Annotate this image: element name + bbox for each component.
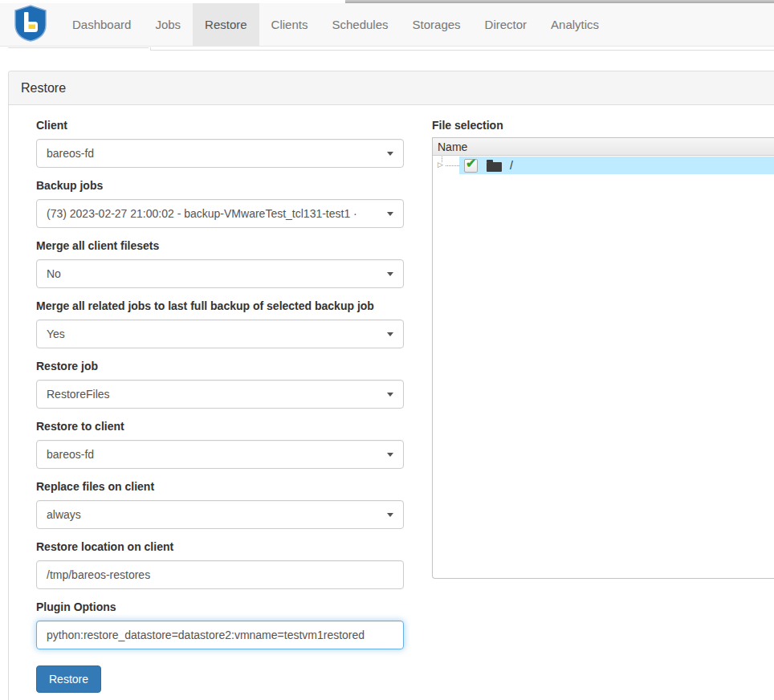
merge-filesets-label: Merge all client filesets [36,239,404,252]
brand-link[interactable] [11,3,50,46]
restore-to-client-label: Restore to client [36,420,404,433]
form-group-backup-jobs: Backup jobs (73) 2023-02-27 21:00:02 - b… [36,179,404,228]
file-selection-tree: Name ▷ ✔ / [432,137,774,579]
plugin-options-input-value: python:restore_datastore=datastore2:vmna… [47,629,379,641]
nav-item-jobs[interactable]: Jobs [143,3,193,46]
caret-down-icon [387,453,393,457]
check-icon: ✔ [466,157,476,170]
restore-to-client-select-value: bareos-fd [47,448,108,461]
restore-job-select-value: RestoreFiles [47,388,124,401]
nav-items: Dashboard Jobs Restore Clients Schedules… [60,3,611,46]
nav-item-clients[interactable]: Clients [259,3,320,46]
plugin-options-input[interactable]: python:restore_datastore=datastore2:vmna… [36,621,404,649]
restore-job-label: Restore job [36,360,404,372]
nav-item-storages[interactable]: Storages [401,3,473,46]
tab-divider-left [8,47,149,48]
client-select-value: bareos-fd [47,147,108,160]
main-navbar: Dashboard Jobs Restore Clients Schedules… [0,3,774,47]
tree-column-header-label: Name [438,140,467,153]
caret-down-icon [387,212,393,216]
merge-related-jobs-label: Merge all related jobs to last full back… [36,299,404,312]
form-group-merge-related-jobs: Merge all related jobs to last full back… [36,299,404,348]
restore-panel: Restore Client bareos-fd Backup jobs (73… [8,71,774,700]
plugin-options-label: Plugin Options [36,600,404,613]
nav-item-director[interactable]: Director [473,3,540,46]
backup-jobs-select[interactable]: (73) 2023-02-27 21:00:02 - backup-VMware… [36,199,404,228]
merge-filesets-select[interactable]: No [36,259,404,288]
tree-column-header-name: Name [433,138,774,156]
file-selection-title: File selection [432,119,774,132]
form-group-plugin-options: Plugin Options python:restore_datastore=… [36,600,404,649]
tree-row-gutter: ▷ [433,157,459,174]
panel-title: Restore [21,81,66,96]
folder-icon [487,162,502,172]
restore-location-input[interactable]: /tmp/bareos-restores [36,560,404,589]
panel-heading: Restore [9,71,774,105]
merge-related-jobs-select-value: Yes [47,328,79,340]
client-select[interactable]: bareos-fd [36,139,404,168]
restore-form: Client bareos-fd Backup jobs (73) 2023-0… [36,119,404,693]
panel-body: Client bareos-fd Backup jobs (73) 2023-0… [9,105,774,693]
tree-node-label: / [510,159,513,172]
replace-files-label: Replace files on client [36,480,404,493]
tree-row: ▷ ✔ / [433,157,774,174]
caret-down-icon [387,393,393,397]
tab-divider-right [150,50,774,51]
restore-location-input-value: /tmp/bareos-restores [47,568,165,581]
form-group-replace-files: Replace files on client always [36,480,404,529]
backup-jobs-label: Backup jobs [36,179,404,192]
tree-node-root[interactable]: ✔ / [459,157,774,174]
form-group-client: Client bareos-fd [36,119,404,168]
nav-item-dashboard[interactable]: Dashboard [60,3,143,46]
form-group-restore-job: Restore job RestoreFiles [36,360,404,409]
nav-item-analytics[interactable]: Analytics [539,3,611,46]
replace-files-select-value: always [47,508,96,521]
restore-location-label: Restore location on client [36,540,404,553]
form-group-restore-to-client: Restore to client bareos-fd [36,420,404,469]
caret-down-icon [387,152,393,156]
file-selection-section: File selection Name ▷ ✔ [432,119,774,693]
bareos-webui-page: Dashboard Jobs Restore Clients Schedules… [0,0,774,700]
restore-job-select[interactable]: RestoreFiles [36,380,404,409]
merge-filesets-select-value: No [47,267,75,280]
caret-down-icon [387,272,393,276]
form-group-merge-filesets: Merge all client filesets No [36,239,404,288]
restore-button[interactable]: Restore [36,665,101,693]
nav-item-restore[interactable]: Restore [193,3,259,46]
form-group-restore-location: Restore location on client /tmp/bareos-r… [36,540,404,589]
merge-related-jobs-select[interactable]: Yes [36,319,404,348]
backup-jobs-select-value: (73) 2023-02-27 21:00:02 - backup-VMware… [47,207,372,220]
replace-files-select[interactable]: always [36,500,404,529]
caret-down-icon [387,513,393,517]
nav-item-schedules[interactable]: Schedules [320,3,400,46]
caret-down-icon [387,332,393,336]
bareos-logo-icon [14,5,47,45]
tree-expander-icon[interactable]: ▷ [438,159,443,170]
checked-checkbox[interactable]: ✔ [464,159,478,173]
client-label: Client [36,119,404,132]
restore-to-client-select[interactable]: bareos-fd [36,440,404,469]
tree-branch-line [446,165,459,166]
